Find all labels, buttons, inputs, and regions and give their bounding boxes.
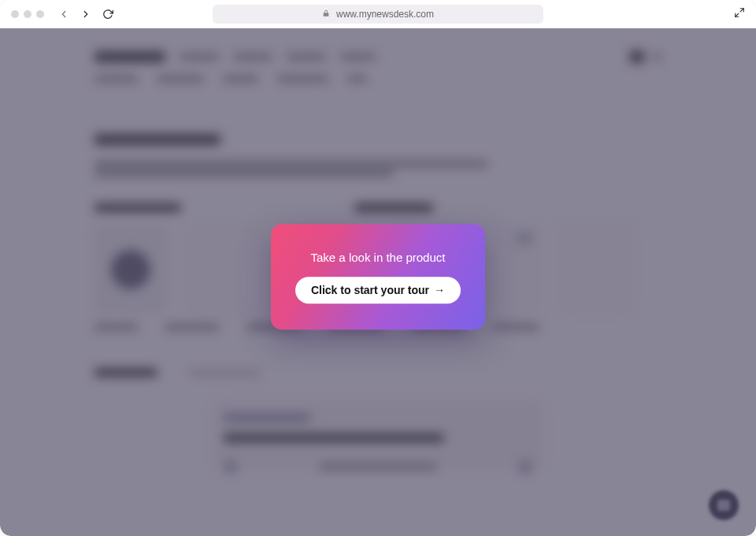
- lock-icon: [322, 9, 330, 20]
- browser-frame: www.mynewsdesk.com: [0, 0, 756, 536]
- window-controls: [11, 10, 44, 18]
- window-maximize-dot[interactable]: [36, 10, 44, 18]
- svg-line-1: [736, 13, 739, 17]
- start-tour-button[interactable]: Click to start your tour →: [295, 277, 461, 303]
- chat-widget[interactable]: [709, 490, 739, 520]
- window-close-dot[interactable]: [11, 10, 19, 18]
- reload-icon[interactable]: [102, 9, 113, 20]
- window-minimize-dot[interactable]: [24, 10, 32, 18]
- tour-modal: Take a look in the product Click to star…: [271, 224, 485, 329]
- chat-icon: [717, 500, 730, 511]
- viewport: Take a look in the product Click to star…: [0, 28, 756, 536]
- url-text: www.mynewsdesk.com: [336, 9, 434, 20]
- browser-chrome: www.mynewsdesk.com: [0, 0, 756, 28]
- start-tour-button-label: Click to start your tour: [311, 284, 429, 296]
- address-bar[interactable]: www.mynewsdesk.com: [213, 5, 543, 24]
- arrow-right-icon: →: [434, 284, 445, 296]
- forward-icon[interactable]: [80, 9, 91, 20]
- tour-modal-title: Take a look in the product: [311, 251, 446, 264]
- expand-icon[interactable]: [734, 7, 745, 21]
- nav-controls: [58, 9, 113, 20]
- back-icon[interactable]: [58, 9, 69, 20]
- svg-line-0: [740, 8, 743, 11]
